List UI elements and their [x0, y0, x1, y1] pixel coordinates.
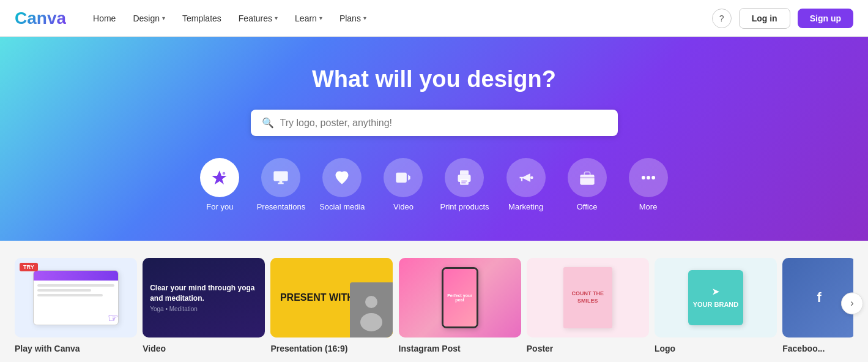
category-presentations[interactable]: Presentations — [256, 158, 305, 211]
svg-rect-13 — [579, 177, 595, 178]
card-poster-thumb: COUNT THE SMILES — [527, 258, 649, 337]
card-logo[interactable]: ➤ YOUR BRAND Logo — [655, 258, 773, 353]
nav-actions: ? Log in Sign up — [712, 8, 853, 29]
category-more[interactable]: More — [624, 158, 673, 211]
category-office[interactable]: Office — [563, 158, 612, 211]
video-thumb-text: Clear your mind through yoga and meditat… — [150, 283, 258, 304]
svg-point-19 — [360, 313, 382, 331]
category-label-office: Office — [577, 202, 598, 211]
help-button[interactable]: ? — [712, 9, 732, 28]
category-social-media[interactable]: Social media — [317, 158, 366, 211]
svg-rect-3 — [280, 181, 283, 183]
category-marketing[interactable]: Marketing — [502, 158, 551, 211]
dots-icon — [629, 158, 668, 197]
brand-logo[interactable]: Canva — [15, 9, 66, 28]
nav-links: Home Design ▾ Templates Features ▾ Learn… — [86, 10, 712, 27]
svg-rect-9 — [462, 181, 467, 182]
megaphone-icon — [506, 158, 546, 197]
briefcase-icon — [568, 158, 607, 197]
svg-rect-4 — [396, 173, 407, 183]
nav-templates[interactable]: Templates — [175, 10, 229, 27]
svg-marker-5 — [409, 175, 411, 180]
search-bar: 🔍 — [251, 110, 618, 136]
category-label-print-products: Print products — [440, 202, 489, 211]
try-badge: TRY — [20, 263, 38, 271]
card-instagram-thumb: Perfect your post — [399, 258, 521, 337]
insta-phone: Perfect your post — [442, 267, 478, 328]
category-label-for-you: For you — [206, 202, 233, 211]
pres-photo — [350, 282, 393, 337]
svg-point-14 — [642, 176, 645, 179]
nav-home[interactable]: Home — [86, 10, 123, 27]
svg-rect-8 — [460, 179, 469, 184]
category-label-video: Video — [393, 202, 414, 211]
scroll-right-button[interactable]: › — [841, 292, 863, 314]
card-play-canva[interactable]: TRY ☞ Play with Canva — [15, 258, 133, 353]
card-video-thumb: Clear your mind through yoga and meditat… — [143, 258, 265, 337]
card-play-canva-label: Play with Canva — [15, 344, 133, 353]
hero-section: What will you design? 🔍 For you — [0, 37, 868, 241]
svg-point-11 — [530, 176, 533, 179]
svg-rect-12 — [580, 175, 594, 184]
cards-section: TRY ☞ Play with Canva — [0, 241, 868, 362]
card-video-label: Video — [143, 344, 261, 353]
category-label-social-media: Social media — [319, 202, 365, 211]
monitor-icon — [261, 158, 300, 197]
features-chevron-icon: ▾ — [275, 15, 278, 21]
svg-point-0 — [223, 172, 226, 175]
signup-button[interactable]: Sign up — [798, 9, 853, 28]
poster-book: COUNT THE SMILES — [563, 267, 612, 328]
design-chevron-icon: ▾ — [162, 15, 165, 21]
category-print-products[interactable]: Print products — [440, 158, 489, 211]
svg-point-15 — [647, 176, 650, 179]
card-instagram-label: Instagram Post — [399, 344, 517, 353]
cards-row: TRY ☞ Play with Canva — [15, 258, 853, 353]
category-label-presentations: Presentations — [257, 202, 306, 211]
svg-point-16 — [651, 176, 655, 179]
logo-card-design: ➤ YOUR BRAND — [688, 270, 743, 325]
svg-rect-1 — [274, 172, 288, 181]
svg-point-18 — [365, 296, 377, 308]
search-input[interactable] — [280, 118, 607, 129]
nav-features[interactable]: Features ▾ — [231, 10, 285, 27]
video-icon — [384, 158, 423, 197]
svg-rect-6 — [460, 170, 469, 175]
nav-plans[interactable]: Plans ▾ — [332, 10, 374, 27]
svg-rect-2 — [278, 183, 284, 184]
insta-phone-content: Perfect your post — [443, 269, 477, 326]
card-video[interactable]: Clear your mind through yoga and meditat… — [143, 258, 261, 353]
play-browser — [33, 270, 119, 325]
svg-rect-10 — [462, 183, 466, 184]
card-instagram[interactable]: Perfect your post Instagram Post — [399, 258, 517, 353]
nav-design[interactable]: Design ▾ — [125, 10, 172, 27]
navbar: Canva Home Design ▾ Templates Features ▾… — [0, 0, 868, 37]
hero-title: What will you design? — [312, 66, 556, 92]
category-label-marketing: Marketing — [508, 202, 543, 211]
card-poster-label: Poster — [527, 344, 645, 353]
card-logo-thumb: ➤ YOUR BRAND — [655, 258, 777, 337]
printer-icon — [445, 158, 484, 197]
sparkle-icon — [200, 158, 239, 197]
card-facebook-label: Faceboo... — [782, 344, 853, 353]
plans-chevron-icon: ▾ — [363, 15, 366, 21]
nav-learn[interactable]: Learn ▾ — [287, 10, 330, 27]
login-button[interactable]: Log in — [739, 8, 790, 29]
card-logo-label: Logo — [655, 344, 773, 353]
category-row: For you Presentations Social media — [195, 158, 672, 211]
card-play-canva-thumb: TRY ☞ — [15, 258, 137, 337]
card-presentation-label: Presentation (16:9) — [270, 344, 388, 353]
category-video[interactable]: Video — [379, 158, 428, 211]
category-label-more: More — [639, 202, 658, 211]
heart-icon — [322, 158, 362, 197]
cursor-icon: ☞ — [108, 311, 119, 325]
card-presentation[interactable]: PRESENT WITH EASE Presentation (16:9) — [270, 258, 388, 353]
search-icon: 🔍 — [262, 117, 274, 129]
category-for-you[interactable]: For you — [195, 158, 244, 211]
card-poster[interactable]: COUNT THE SMILES Poster — [527, 258, 645, 353]
learn-chevron-icon: ▾ — [319, 15, 322, 21]
card-presentation-thumb: PRESENT WITH EASE — [270, 258, 393, 337]
